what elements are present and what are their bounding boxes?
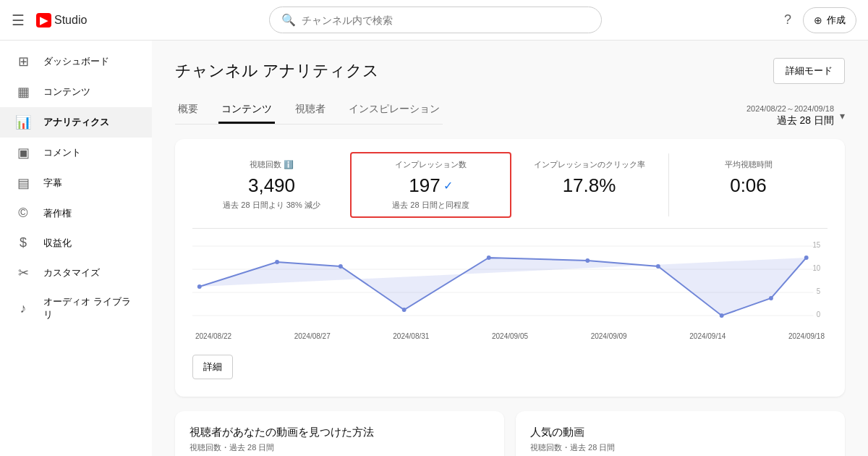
main-content: チャンネル アナリティクス 詳細モード 概要 コンテンツ 視聴者 インスピレーシ… [152,41,868,456]
metric-ctr[interactable]: インプレッションのクリック率 17.8% [510,153,669,216]
svg-point-17 [769,296,773,300]
svg-point-16 [720,313,724,318]
how-found-title: 視聴者があなたの動画を見つけた方法 [190,426,490,439]
metric-views[interactable]: 視聴回数 ℹ️ 3,490 過去 28 日間より 38% 減少 [192,153,352,216]
youtube-logo: ▶ [36,13,51,28]
sidebar-item-label: コメント [43,146,81,159]
chart-date-6: 2024/09/14 [689,332,726,340]
chart-date-3: 2024/08/31 [393,332,429,340]
sidebar-item-customize[interactable]: ✂ カスタマイズ [0,258,152,288]
metric-impressions-value: 197 ✓ [363,174,498,197]
analytics-icon: 📊 [14,114,32,130]
sidebar-item-label: オーディオ ライブラリ [43,295,137,321]
sidebar-item-monetization[interactable]: $ 収益化 [0,228,152,258]
metric-watch-time[interactable]: 平均視聴時間 0:06 [669,153,827,216]
analytics-chart: 15 10 5 0 [192,240,827,327]
svg-point-11 [339,264,343,269]
tab-inspiration[interactable]: インスピレーション [346,96,443,124]
tab-content[interactable]: コンテンツ [218,96,275,124]
chart-date-4: 2024/09/05 [492,332,528,340]
popular-videos-title: 人気の動画 [530,426,830,439]
metric-watch-time-value: 0:06 [681,174,816,197]
how-found-subtitle: 視聴回数・過去 28 日間 [190,442,490,453]
sidebar-item-comments[interactable]: ▣ コメント [0,138,152,168]
how-found-card: 視聴者があなたの動画を見つけた方法 視聴回数・過去 28 日間 全体 外部 Yo… [175,411,504,456]
sidebar-item-copyright[interactable]: © 著作権 [0,198,152,228]
chart-dates: 2024/08/22 2024/08/27 2024/08/31 2024/09… [192,332,827,340]
menu-icon[interactable]: ☰ [12,12,25,29]
chart-date-2: 2024/08/27 [294,332,331,340]
tab-audience[interactable]: 視聴者 [292,96,328,124]
details-btn-row: 詳細 [192,346,827,382]
metric-impressions-label: インプレッション数 [363,159,498,170]
svg-point-12 [402,308,407,312]
sidebar-item-dashboard[interactable]: ⊞ ダッシュボード [0,46,152,77]
search-bar[interactable]: 🔍 [269,7,602,33]
sidebar-item-label: 字幕 [43,177,62,190]
tab-overview[interactable]: 概要 [175,96,201,124]
bottom-cards: 視聴者があなたの動画を見つけた方法 視聴回数・過去 28 日間 全体 外部 Yo… [175,411,845,456]
sidebar-item-label: 収益化 [43,237,72,250]
svg-point-18 [804,256,809,260]
metric-views-change: 過去 28 日間より 38% 減少 [204,200,339,211]
customize-icon: ✂ [14,265,32,281]
comments-icon: ▣ [14,145,32,161]
chart-date-1: 2024/08/22 [195,332,231,340]
metric-impressions[interactable]: インプレッション数 197 ✓ 過去 28 日間と同程度 [350,152,511,218]
metric-views-label: 視聴回数 ℹ️ [204,159,339,170]
detail-mode-button[interactable]: 詳細モード [773,58,845,84]
analytics-tabs: 概要 コンテンツ 視聴者 インスピレーション [175,96,443,124]
svg-point-15 [656,264,660,269]
studio-label: Studio [54,14,87,27]
top-navigation: ☰ ▶ Studio 🔍 ? ⊕ 作成 [0,0,868,41]
audio-icon: ♪ [14,301,32,316]
date-range-selector[interactable]: 2024/08/22～2024/09/18 過去 28 日間 ▾ [746,104,845,127]
create-icon: ⊕ [814,14,822,26]
sidebar-item-subtitles[interactable]: ▤ 字幕 [0,168,152,198]
sidebar-item-audio[interactable]: ♪ オーディオ ライブラリ [0,288,152,329]
subtitles-icon: ▤ [14,175,32,191]
copyright-icon: © [14,206,32,221]
svg-text:10: 10 [812,264,820,272]
sidebar-item-label: コンテンツ [43,85,90,98]
metrics-row: 視聴回数 ℹ️ 3,490 過去 28 日間より 38% 減少 インプレッション… [192,153,827,229]
metrics-card: 視聴回数 ℹ️ 3,490 過去 28 日間より 38% 減少 インプレッション… [175,139,845,397]
metric-watch-time-label: 平均視聴時間 [681,159,816,170]
svg-text:15: 15 [812,241,820,249]
main-layout: ⊞ ダッシュボード ▦ コンテンツ 📊 アナリティクス ▣ コメント ▤ 字幕 … [0,41,868,456]
page-header: チャンネル アナリティクス 詳細モード [175,58,845,84]
create-button[interactable]: ⊕ 作成 [803,7,856,33]
sidebar-item-label: 著作権 [43,207,72,220]
create-label: 作成 [827,14,846,27]
page-title: チャンネル アナリティクス [175,60,379,82]
svg-point-10 [275,260,279,264]
metric-impressions-change: 過去 28 日間と同程度 [363,200,498,211]
logo[interactable]: ▶ Studio [36,13,87,28]
svg-point-13 [487,256,491,260]
svg-text:5: 5 [817,287,821,295]
svg-point-9 [197,284,202,289]
search-input[interactable] [302,14,590,26]
check-icon: ✓ [443,179,453,193]
svg-marker-8 [200,258,807,316]
monetization-icon: $ [14,235,32,250]
details-button[interactable]: 詳細 [192,355,233,379]
search-icon: 🔍 [281,13,296,27]
metric-ctr-value: 17.8% [522,174,657,197]
sidebar-item-content[interactable]: ▦ コンテンツ [0,77,152,107]
date-range-label: 過去 28 日間 [746,114,834,127]
sidebar-item-label: アナリティクス [43,116,109,129]
chart-area: 15 10 5 0 [192,229,827,346]
metric-views-value: 3,490 [204,174,339,197]
sidebar: ⊞ ダッシュボード ▦ コンテンツ 📊 アナリティクス ▣ コメント ▤ 字幕 … [0,41,152,456]
chevron-down-icon: ▾ [840,110,845,122]
chart-date-7: 2024/09/18 [788,332,825,340]
help-icon[interactable]: ? [784,12,791,28]
sidebar-item-label: ダッシュボード [43,55,109,68]
dashboard-icon: ⊞ [14,54,32,69]
svg-point-14 [585,258,590,263]
date-range-period: 2024/08/22～2024/09/18 [746,104,834,114]
popular-videos-subtitle: 視聴回数・過去 28 日間 [530,442,830,453]
sidebar-item-analytics[interactable]: 📊 アナリティクス [0,107,152,138]
svg-text:0: 0 [817,311,821,318]
